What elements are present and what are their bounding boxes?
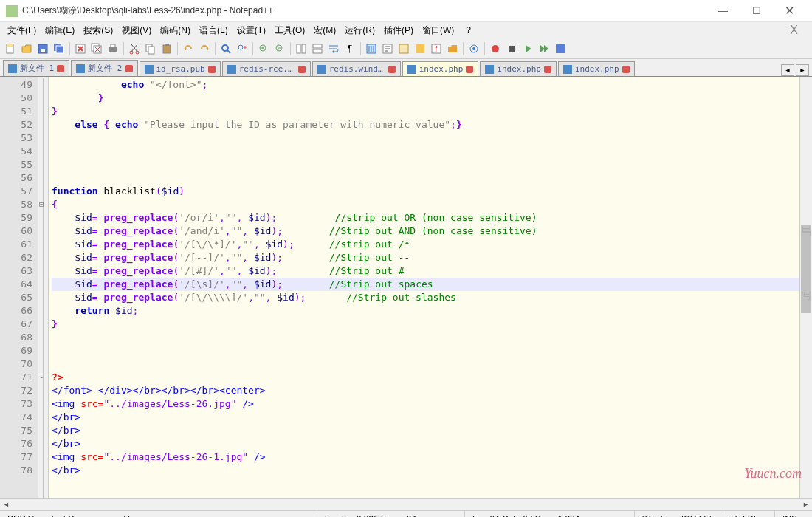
code-line-61[interactable]: $id= preg_replace('/[\/\*]/',"", $id); /… xyxy=(52,238,799,251)
menu-settings[interactable]: 设置(T) xyxy=(233,23,270,38)
menu-macro[interactable]: 宏(M) xyxy=(309,23,340,38)
code-line-74[interactable]: </br> xyxy=(52,411,799,424)
menu-file[interactable]: 文件(F) xyxy=(3,23,41,38)
save-macro-icon[interactable] xyxy=(553,41,568,56)
close-all-icon[interactable] xyxy=(89,41,104,56)
indent-guide-icon[interactable] xyxy=(364,41,379,56)
code-line-62[interactable]: $id= preg_replace('/[--]/',"", $id); //S… xyxy=(52,251,799,264)
find-icon[interactable] xyxy=(219,41,233,56)
code-line-63[interactable]: $id= preg_replace('/[#]/',"", $id); //St… xyxy=(52,264,799,278)
menu-view[interactable]: 视图(V) xyxy=(117,23,156,38)
code-line-77[interactable]: <img src="../images/Less-26-1.jpg" /> xyxy=(52,451,799,464)
code-line-59[interactable]: $id= preg_replace('/or/i',"", $id); //st… xyxy=(52,211,799,225)
tab-2[interactable]: id_rsa.pub xyxy=(140,61,221,76)
tab-5[interactable]: index.php xyxy=(402,61,479,76)
code-line-72[interactable]: </font> </div></br></br></br><center> xyxy=(52,384,799,397)
code-line-73[interactable]: <img src="../images/Less-26.jpg" /> xyxy=(52,397,799,411)
code-line-66[interactable]: return $id; xyxy=(52,304,799,318)
play-multi-icon[interactable] xyxy=(537,41,551,56)
new-file-icon[interactable] xyxy=(3,41,18,56)
maximize-button[interactable]: ☐ xyxy=(740,1,773,21)
code-line-68[interactable] xyxy=(52,331,799,344)
code-line-53[interactable] xyxy=(52,131,799,145)
tab-3[interactable]: redis-rce.py xyxy=(222,61,311,76)
sync-hscroll-icon[interactable] xyxy=(310,41,325,56)
cut-icon[interactable] xyxy=(127,41,142,56)
code-line-51[interactable]: } xyxy=(52,105,799,118)
menu-tools[interactable]: 工具(O) xyxy=(270,23,309,38)
paste-icon[interactable] xyxy=(159,41,174,56)
redo-icon[interactable] xyxy=(197,41,212,56)
tab-close-icon[interactable] xyxy=(544,66,551,73)
replace-icon[interactable] xyxy=(235,41,250,56)
code-area[interactable]: echo "</font>"; }} else { echo "Please i… xyxy=(49,77,799,498)
menu-help[interactable]: ? xyxy=(461,24,475,37)
word-wrap-icon[interactable] xyxy=(326,41,341,56)
menu-search[interactable]: 搜索(S) xyxy=(79,23,117,38)
play-macro-icon[interactable] xyxy=(520,41,535,56)
horizontal-scrollbar[interactable]: ◄ ► xyxy=(0,498,812,510)
tab-close-icon[interactable] xyxy=(298,66,306,73)
print-icon[interactable] xyxy=(106,41,120,56)
menu-language[interactable]: 语言(L) xyxy=(195,23,233,38)
hscroll-left[interactable]: ◄ xyxy=(0,499,13,510)
code-line-71[interactable]: ?> xyxy=(52,371,799,384)
doc-list-icon[interactable] xyxy=(413,41,427,56)
tab-7[interactable]: index.php xyxy=(558,61,635,76)
hscroll-right[interactable]: ► xyxy=(799,499,812,510)
code-line-64[interactable]: $id= preg_replace('/[\s]/',"", $id); //S… xyxy=(52,278,799,291)
tab-close-icon[interactable] xyxy=(57,65,64,72)
menu-edit[interactable]: 编辑(E) xyxy=(41,23,79,38)
undo-icon[interactable] xyxy=(181,41,196,56)
code-line-65[interactable]: $id= preg_replace('/[\/\\\\]/',"", $id);… xyxy=(52,291,799,304)
menu-window[interactable]: 窗口(W) xyxy=(418,23,458,38)
zoom-in-icon[interactable] xyxy=(256,41,271,56)
copy-icon[interactable] xyxy=(143,41,158,56)
tab-close-icon[interactable] xyxy=(388,66,396,73)
tab-close-icon[interactable] xyxy=(466,66,473,73)
stop-macro-icon[interactable] xyxy=(504,41,519,56)
code-line-56[interactable] xyxy=(52,171,799,185)
tab-close-x[interactable]: X xyxy=(790,24,798,37)
code-line-57[interactable]: function blacklist($id) xyxy=(52,185,799,198)
tab-close-icon[interactable] xyxy=(125,65,133,72)
tab-1[interactable]: 新文件 2 xyxy=(71,60,137,76)
monitor-icon[interactable] xyxy=(467,41,481,56)
minimize-button[interactable]: — xyxy=(706,1,740,21)
tab-scroll-right[interactable]: ► xyxy=(796,64,809,76)
code-line-50[interactable]: } xyxy=(52,92,799,105)
sync-vscroll-icon[interactable] xyxy=(294,41,309,56)
save-icon[interactable] xyxy=(35,41,50,56)
tab-close-icon[interactable] xyxy=(208,66,216,73)
code-line-76[interactable]: </br> xyxy=(52,437,799,451)
tab-close-icon[interactable] xyxy=(622,66,630,73)
user-lang-icon[interactable] xyxy=(380,41,395,56)
code-line-60[interactable]: $id= preg_replace('/and/i',"", $id); //S… xyxy=(52,225,799,238)
tab-0[interactable]: 新文件 1 xyxy=(3,60,69,76)
code-line-55[interactable] xyxy=(52,158,799,171)
doc-map-icon[interactable] xyxy=(396,41,411,56)
menu-encoding[interactable]: 编码(N) xyxy=(156,23,195,38)
code-line-54[interactable] xyxy=(52,145,799,158)
folder-workspace-icon[interactable] xyxy=(445,41,460,56)
tab-6[interactable]: index.php xyxy=(480,61,557,76)
open-file-icon[interactable] xyxy=(19,41,34,56)
code-line-49[interactable]: echo "</font>"; xyxy=(52,78,799,92)
menu-plugins[interactable]: 插件(P) xyxy=(379,23,418,38)
code-line-75[interactable]: </br> xyxy=(52,424,799,437)
code-line-58[interactable]: { xyxy=(52,198,799,211)
code-line-69[interactable] xyxy=(52,344,799,357)
zoom-out-icon[interactable] xyxy=(272,41,287,56)
function-list-icon[interactable]: f xyxy=(429,41,444,56)
close-file-icon[interactable] xyxy=(73,41,88,56)
save-all-icon[interactable] xyxy=(52,41,66,56)
show-all-chars-icon[interactable]: ¶ xyxy=(343,41,357,56)
close-button[interactable]: ✕ xyxy=(773,1,806,21)
fold-column[interactable]: ⊟- xyxy=(38,77,49,498)
code-line-52[interactable]: else { echo "Please input the ID as para… xyxy=(52,118,799,131)
tab-scroll-left[interactable]: ◄ xyxy=(781,64,794,76)
menu-run[interactable]: 运行(R) xyxy=(340,23,379,38)
code-line-67[interactable]: } xyxy=(52,318,799,331)
tab-4[interactable]: redis.windows.conf xyxy=(312,61,401,76)
record-macro-icon[interactable] xyxy=(488,41,503,56)
